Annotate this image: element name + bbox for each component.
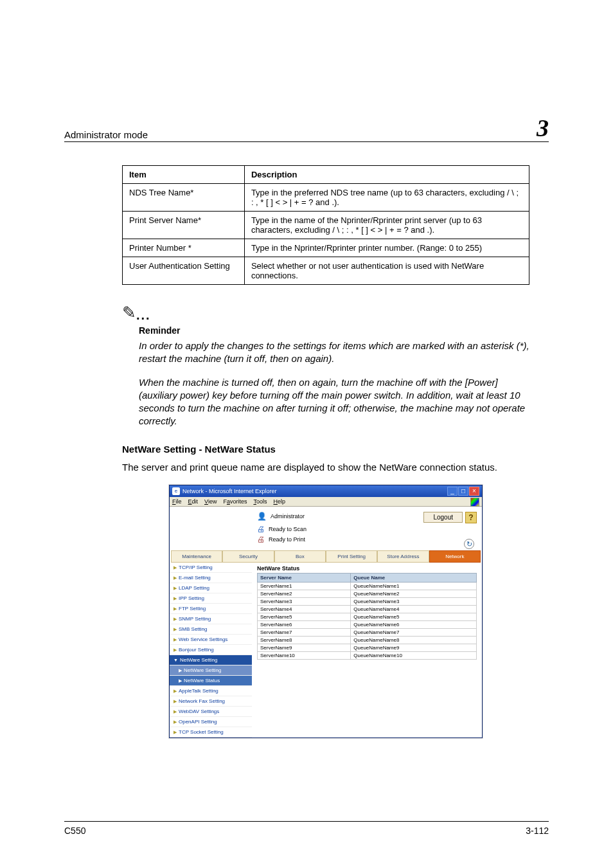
sidebar-item[interactable]: ▶TCP Socket Setting <box>170 727 252 737</box>
menu-file[interactable]: File <box>172 498 182 505</box>
sidebar-item[interactable]: ▶E-mail Setting <box>170 573 252 583</box>
table-row: ServerName10QueueNameName10 <box>258 652 477 660</box>
th-item: Item <box>123 166 245 184</box>
minimize-button[interactable]: _ <box>447 487 458 496</box>
table-row: Print Server Name*Type in the name of th… <box>123 212 529 239</box>
tab-maintenance[interactable]: Maintenance <box>171 550 222 563</box>
table-row: ServerName9QueueNameName9 <box>258 644 477 652</box>
sidebar-item-netware[interactable]: ▼NetWare Setting <box>170 655 252 665</box>
menu-tools[interactable]: Tools <box>253 498 267 505</box>
header-title: Administrator mode <box>64 129 148 140</box>
table-row: ServerName3QueueNameName3 <box>258 598 477 606</box>
table-row: ServerName8QueueNameName8 <box>258 637 477 644</box>
note-icon-line: ✎... <box>122 303 529 323</box>
logout-button[interactable]: Logout <box>423 512 463 523</box>
sidebar-item[interactable]: ▶SMB Setting <box>170 624 252 635</box>
table-row: User Authentication SettingSelect whethe… <box>123 257 529 285</box>
ie-icon: e <box>172 487 180 495</box>
help-button[interactable]: ? <box>465 512 477 523</box>
table-row: NDS Tree Name*Type in the preferred NDS … <box>123 184 529 212</box>
ie-flag-icon <box>470 498 479 507</box>
menu-help[interactable]: Help <box>273 498 285 505</box>
status-admin: Administrator <box>271 513 305 520</box>
sidebar-item[interactable]: ▶LDAP Setting <box>170 583 252 593</box>
status-print: Ready to Print <box>269 536 305 543</box>
close-button[interactable]: × <box>469 487 479 496</box>
page-footer: C550 3-112 <box>64 821 549 836</box>
col-server: Server Name <box>258 574 351 583</box>
sidebar-sub-netware-status[interactable]: ▶NetWare Status <box>170 676 252 686</box>
sidebar-item[interactable]: ▶Web Service Settings <box>170 635 252 645</box>
admin-icon: 👤 <box>257 512 267 521</box>
sidebar-sub-netware-setting[interactable]: ▶NetWare Setting <box>170 665 252 676</box>
chapter-number: 3 <box>537 116 549 140</box>
refresh-icon[interactable] <box>464 539 474 549</box>
sidebar-item[interactable]: ▶WebDAV Settings <box>170 707 252 717</box>
tab-security[interactable]: Security <box>222 550 274 563</box>
tab-network[interactable]: Network <box>429 550 481 563</box>
pane-title: NetWare Status <box>257 565 477 572</box>
status-scan: Ready to Scan <box>269 526 306 532</box>
sidebar: ▶TCP/IP Setting ▶E-mail Setting ▶LDAP Se… <box>170 563 252 737</box>
menu-view[interactable]: View <box>204 498 217 505</box>
note-icon: ✎ <box>122 303 136 322</box>
sidebar-item[interactable]: ▶IPP Setting <box>170 593 252 604</box>
sidebar-item[interactable]: ▶Network Fax Setting <box>170 696 252 707</box>
sidebar-item[interactable]: ▶Bonjour Setting <box>170 645 252 655</box>
reminder-label: Reminder <box>139 325 529 336</box>
maximize-button[interactable]: □ <box>458 487 468 496</box>
table-row: ServerName2QueueNameName2 <box>258 590 477 598</box>
section-desc: The server and print queue name are disp… <box>122 461 529 474</box>
settings-table: Item Description NDS Tree Name*Type in t… <box>122 165 529 285</box>
ie-titlebar: e Network - Microsoft Internet Explorer … <box>170 485 482 497</box>
tab-box[interactable]: Box <box>274 550 326 563</box>
col-queue: Queue Name <box>351 574 477 583</box>
sidebar-item[interactable]: ▶TCP/IP Setting <box>170 563 252 573</box>
th-desc: Description <box>244 166 529 184</box>
page-header: Administrator mode 3 <box>64 116 549 142</box>
screenshot: e Network - Microsoft Internet Explorer … <box>169 485 483 738</box>
window-title: Network - Microsoft Internet Explorer <box>182 488 277 494</box>
table-row: ServerName7QueueNameName7 <box>258 629 477 637</box>
sidebar-item[interactable]: ▶OpenAPI Setting <box>170 717 252 727</box>
netware-table: Server NameQueue Name ServerName1QueueNa… <box>257 573 477 660</box>
sidebar-item[interactable]: ▶AppleTalk Setting <box>170 686 252 696</box>
footer-left: C550 <box>64 826 85 836</box>
ellipsis: ... <box>136 308 151 322</box>
footer-right: 3-112 <box>526 826 549 836</box>
reminder-p2: When the machine is turned off, then on … <box>139 376 529 428</box>
tab-store-address[interactable]: Store Address <box>377 550 429 563</box>
table-row: ServerName6QueueNameName6 <box>258 621 477 629</box>
table-row: ServerName5QueueNameName5 <box>258 613 477 621</box>
reminder-p1: In order to apply the changes to the set… <box>139 339 529 366</box>
scan-icon: 🖨 <box>257 525 265 534</box>
section-title: NetWare Setting - NetWare Status <box>122 444 529 455</box>
menu-edit[interactable]: Edit <box>188 498 199 505</box>
table-row: Printer Number *Type in the Nprinter/Rpr… <box>123 239 529 257</box>
tab-print-setting[interactable]: Print Setting <box>326 550 377 563</box>
window-controls[interactable]: _ □ × <box>447 487 479 496</box>
table-row: ServerName1QueueNameName1 <box>258 583 477 590</box>
ie-menubar[interactable]: File Edit View Favorites Tools Help <box>170 497 482 507</box>
table-row: ServerName4QueueNameName4 <box>258 606 477 613</box>
menu-favorites[interactable]: Favorites <box>223 498 247 505</box>
print-icon: 🖨 <box>257 535 265 544</box>
sidebar-item[interactable]: ▶SNMP Setting <box>170 614 252 624</box>
sidebar-item[interactable]: ▶FTP Setting <box>170 604 252 614</box>
